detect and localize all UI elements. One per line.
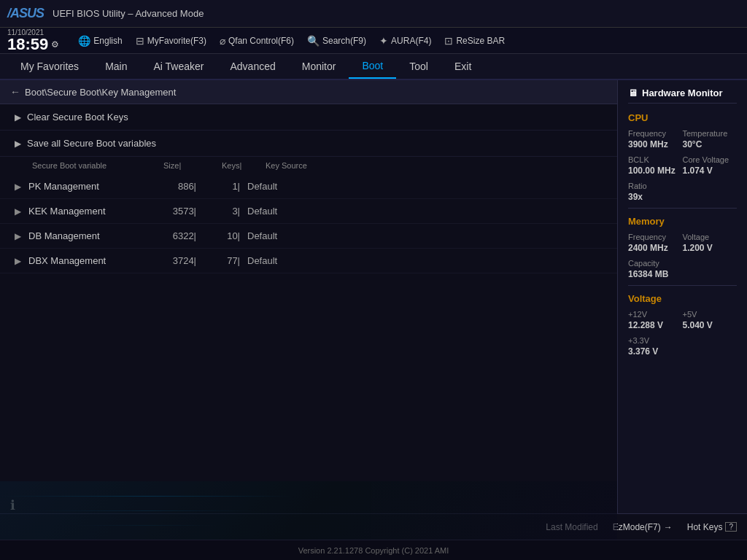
bios-title: UEFI BIOS Utility – Advanced Mode xyxy=(53,8,204,19)
row-arrow-icon: ▶ xyxy=(15,256,21,266)
v33-label: +3.3V xyxy=(628,336,737,345)
qfan-button[interactable]: ⌀ Qfan Control(F6) xyxy=(220,35,294,47)
voltage-section-title: Voltage xyxy=(628,293,737,304)
aura-button[interactable]: ✦ AURA(F4) xyxy=(379,35,431,47)
pk-keys-value: 1| xyxy=(204,181,247,192)
clear-secure-boot-keys[interactable]: ▶ Clear Secure Boot Keys xyxy=(0,104,617,131)
nav-tool[interactable]: Tool xyxy=(396,55,441,78)
pk-management-row[interactable]: ▶ PK Management 886| 1| Default xyxy=(0,174,617,199)
col-header-keys: Keys| xyxy=(222,161,266,170)
resize-label: ReSize BAR xyxy=(456,36,505,46)
back-arrow-icon[interactable]: ← xyxy=(10,86,20,98)
settings-icon[interactable]: ⚙ xyxy=(51,39,59,50)
dbx-source-value: Default xyxy=(247,255,603,266)
cpu-corevoltage-value: 1.074 V xyxy=(683,166,738,176)
search-button[interactable]: 🔍 Search(F9) xyxy=(307,35,366,47)
mem-capacity-row: Capacity 16384 MB xyxy=(628,259,737,279)
hw-monitor-title: 🖥 Hardware Monitor xyxy=(628,88,737,104)
v12-value: 12.288 V xyxy=(628,320,683,330)
v12-col: +12V 12.288 V xyxy=(628,310,683,330)
info-bar: Last Modified EzMode(F7) → Hot Keys ? xyxy=(0,513,747,540)
cpu-bclk-value: 100.00 MHz xyxy=(628,166,683,176)
search-icon: 🔍 xyxy=(307,35,320,47)
breadcrumb-path: Boot\Secure Boot\Key Management xyxy=(25,87,176,98)
col-header-size: Size| xyxy=(163,161,222,170)
cpu-ratio-label: Ratio xyxy=(628,182,737,190)
hot-keys-button[interactable]: Hot Keys ? xyxy=(687,522,737,532)
cpu-ratio-row: Ratio 39x xyxy=(628,182,737,202)
cpu-bclk-label: BCLK xyxy=(628,155,683,164)
mem-frequency-value: 2400 MHz xyxy=(628,243,683,253)
mem-freq-voltage-row: Frequency 2400 MHz Voltage 1.200 V xyxy=(628,233,737,253)
v33-row: +3.3V 3.376 V xyxy=(628,336,737,357)
aura-icon: ✦ xyxy=(379,35,388,47)
kek-keys-value: 3| xyxy=(204,206,247,217)
breadcrumb: ← Boot\Secure Boot\Key Management xyxy=(0,80,617,104)
myfavorite-label: MyFavorite(F3) xyxy=(147,36,206,46)
memory-divider xyxy=(628,285,737,286)
cpu-freq-temp-row: Frequency 3900 MHz Temperature 30°C xyxy=(628,129,737,149)
nav-advanced[interactable]: Advanced xyxy=(217,55,288,78)
row-arrow-icon: ▶ xyxy=(15,231,21,241)
item-arrow-icon: ▶ xyxy=(15,112,21,122)
asus-logo: /ASUS xyxy=(7,6,44,21)
mem-capacity-col: Capacity 16384 MB xyxy=(628,259,737,279)
aura-label: AURA(F4) xyxy=(391,36,431,46)
language-selector[interactable]: 🌐 English xyxy=(78,35,122,47)
item-arrow-icon: ▶ xyxy=(15,139,21,149)
col-header-source: Key Source xyxy=(266,161,603,170)
mem-voltage-value: 1.200 V xyxy=(683,243,738,253)
qfan-label: Qfan Control(F6) xyxy=(228,36,294,46)
info-icon[interactable]: ℹ xyxy=(10,497,15,513)
row-arrow-icon: ▶ xyxy=(15,182,21,192)
navbar: My Favorites Main Ai Tweaker Advanced Mo… xyxy=(0,54,747,80)
cpu-temp-value: 30°C xyxy=(683,139,738,149)
resize-icon: ⊡ xyxy=(444,35,453,47)
hot-keys-icon: ? xyxy=(725,522,737,532)
resize-bar-button[interactable]: ⊡ ReSize BAR xyxy=(444,35,505,47)
last-modified-label: Last Modified xyxy=(546,522,597,532)
time-display: 18:59 xyxy=(7,36,48,52)
nav-exit[interactable]: Exit xyxy=(441,55,484,78)
globe-icon: 🌐 xyxy=(78,35,90,47)
nav-monitor[interactable]: Monitor xyxy=(289,55,349,78)
kek-size-value: 3573| xyxy=(145,206,204,217)
kek-source-value: Default xyxy=(247,206,603,217)
db-management-row[interactable]: ▶ DB Management 6322| 10| Default xyxy=(0,224,617,249)
v12-v5-row: +12V 12.288 V +5V 5.040 V xyxy=(628,310,737,330)
cpu-divider xyxy=(628,208,737,209)
statusbar: 11/10/2021 18:59 ⚙ 🌐 English ⊟ MyFavorit… xyxy=(0,28,747,54)
dbx-management-row[interactable]: ▶ DBX Management 3724| 77| Default xyxy=(0,249,617,273)
clear-keys-label: Clear Secure Boot Keys xyxy=(27,112,603,122)
kek-management-row[interactable]: ▶ KEK Management 3573| 3| Default xyxy=(0,199,617,224)
last-modified-button[interactable]: Last Modified xyxy=(546,522,597,532)
db-management-label: DB Management xyxy=(28,230,145,241)
column-headers: Secure Boot variable Size| Keys| Key Sou… xyxy=(0,157,617,174)
cpu-temp-label: Temperature xyxy=(683,129,738,138)
nav-main[interactable]: Main xyxy=(92,55,140,78)
nav-ai-tweaker[interactable]: Ai Tweaker xyxy=(140,55,217,78)
hot-keys-label: Hot Keys xyxy=(687,522,723,532)
cpu-frequency-label: Frequency xyxy=(628,129,683,138)
db-source-value: Default xyxy=(247,230,603,241)
myfavorite-button[interactable]: ⊟ MyFavorite(F3) xyxy=(136,35,206,47)
bottom-bar: Version 2.21.1278 Copyright (C) 2021 AMI xyxy=(0,540,747,560)
cpu-bclk-voltage-row: BCLK 100.00 MHz Core Voltage 1.074 V xyxy=(628,155,737,176)
nav-boot[interactable]: Boot xyxy=(349,54,396,79)
kek-management-label: KEK Management xyxy=(28,206,145,217)
save-secure-boot-variables[interactable]: ▶ Save all Secure Boot variables xyxy=(0,131,617,157)
mem-capacity-label: Capacity xyxy=(628,259,737,268)
mem-voltage-col: Voltage 1.200 V xyxy=(683,233,738,253)
language-label: English xyxy=(93,36,122,46)
cpu-ratio-value: 39x xyxy=(628,192,737,202)
cpu-temp-col: Temperature 30°C xyxy=(683,129,738,149)
pk-source-value: Default xyxy=(247,181,603,192)
ez-mode-button[interactable]: EzMode(F7) → xyxy=(613,522,673,532)
favorite-icon: ⊟ xyxy=(136,35,144,47)
cpu-frequency-value: 3900 MHz xyxy=(628,139,683,149)
v5-value: 5.040 V xyxy=(683,320,738,330)
cpu-frequency-col: Frequency 3900 MHz xyxy=(628,129,683,149)
dbx-management-label: DBX Management xyxy=(28,255,145,266)
v12-label: +12V xyxy=(628,310,683,319)
nav-my-favorites[interactable]: My Favorites xyxy=(7,55,92,78)
